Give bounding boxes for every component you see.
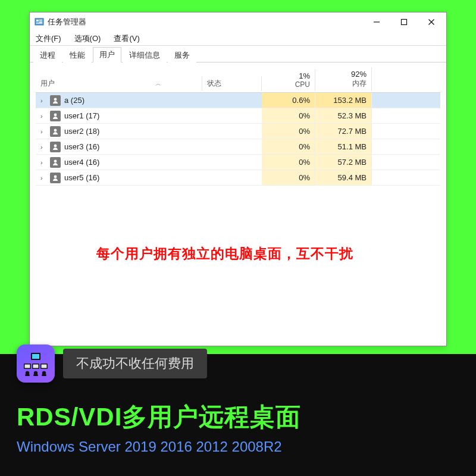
svg-rect-3 (39, 21, 42, 23)
svg-rect-18 (25, 365, 30, 368)
expand-icon[interactable]: › (40, 174, 46, 181)
svg-point-14 (54, 175, 57, 178)
col-head-user[interactable]: 用户 ︿ (36, 76, 202, 91)
svg-rect-4 (36, 23, 42, 24)
mem-cell: 59.4 MB (315, 170, 372, 185)
svg-rect-28 (42, 374, 46, 376)
svg-rect-1 (36, 20, 39, 21)
maximize-button[interactable] (390, 12, 418, 32)
user-icon (50, 126, 61, 137)
table-row[interactable]: ›user4 (16)0%57.2 MB (36, 155, 440, 170)
col-head-cpu[interactable]: 1% CPU (262, 69, 315, 91)
user-name: user4 (16) (64, 158, 99, 167)
window-controls (363, 12, 445, 32)
user-cell: ›user3 (16) (36, 142, 202, 152)
svg-point-12 (54, 144, 57, 147)
svg-rect-16 (32, 354, 39, 359)
cpu-cell: 0% (262, 139, 315, 154)
user-cell: ›user5 (16) (36, 173, 202, 183)
table-row[interactable]: ›user5 (16)0%59.4 MB (36, 170, 440, 186)
expand-icon[interactable]: › (40, 159, 46, 166)
cpu-cell: 0.6% (262, 93, 315, 108)
promo-badge-row: 不成功不收任何费用 (17, 362, 459, 400)
cpu-cell: 0% (262, 155, 315, 170)
tab-services[interactable]: 服务 (168, 48, 196, 62)
cpu-cell: 0% (262, 108, 315, 123)
close-button[interactable] (418, 12, 445, 32)
col-head-status[interactable]: 状态 (202, 76, 262, 91)
sort-asc-icon: ︿ (155, 80, 161, 88)
menu-option[interactable]: 选项(O) (72, 32, 104, 45)
col-head-memory[interactable]: 92% 内存 (315, 67, 372, 91)
svg-rect-24 (25, 374, 30, 376)
table-row[interactable]: ›user1 (17)0%52.3 MB (36, 108, 440, 124)
user-name: user5 (16) (64, 173, 99, 182)
user-icon (50, 111, 61, 121)
rows-container: ›a (25)0.6%153.2 MB›user1 (17)0%52.3 MB›… (36, 93, 440, 186)
task-manager-icon (35, 17, 44, 27)
menu-file[interactable]: 文件(F) (33, 32, 64, 45)
svg-point-9 (54, 98, 57, 101)
mem-cell: 153.2 MB (315, 93, 372, 108)
user-name: user1 (17) (64, 111, 99, 120)
mem-total-percent: 92% (320, 70, 367, 79)
svg-point-10 (54, 113, 57, 116)
cpu-cell: 0% (262, 124, 315, 139)
tab-details[interactable]: 详细信息 (123, 48, 167, 62)
svg-point-13 (54, 159, 57, 162)
promo-subtitle: Windows Server 2019 2016 2012 2008R2 (17, 439, 459, 455)
svg-rect-20 (33, 365, 39, 368)
cpu-total-percent: 1% (267, 71, 310, 80)
menu-view[interactable]: 查看(V) (111, 32, 142, 45)
user-cell: ›user1 (17) (36, 111, 202, 121)
expand-icon[interactable]: › (40, 112, 46, 120)
promo-overlay-text: 每个用户拥有独立的电脑桌面，互不干扰 (96, 245, 353, 263)
user-cell: ›user2 (18) (36, 126, 202, 137)
user-name: user2 (18) (64, 127, 99, 136)
table-row[interactable]: ›a (25)0.6%153.2 MB (36, 93, 440, 108)
titlebar: 任务管理器 (30, 12, 446, 32)
user-icon (50, 173, 61, 183)
promo-title: RDS/VDI多用户远程桌面 (17, 400, 459, 434)
mem-cell: 51.1 MB (315, 139, 372, 154)
user-icon (50, 142, 61, 152)
tab-bar: 进程 性能 用户 详细信息 服务 (30, 46, 446, 62)
expand-icon[interactable]: › (40, 143, 46, 151)
user-icon (50, 157, 61, 168)
task-manager-window: 任务管理器 文件(F) 选项(O) 查看(V) 进程 性能 用户 详细信息 服务… (29, 12, 447, 346)
user-cell: ›a (25) (36, 95, 202, 106)
mem-cell: 52.3 MB (315, 108, 372, 123)
svg-rect-2 (39, 20, 42, 21)
svg-rect-26 (33, 374, 38, 376)
mem-cell: 57.2 MB (315, 155, 372, 170)
svg-rect-6 (402, 20, 407, 25)
cpu-cell: 0% (262, 170, 315, 185)
window-title: 任务管理器 (48, 17, 363, 27)
minimize-button[interactable] (363, 12, 390, 32)
mem-label: 内存 (352, 79, 367, 87)
expand-icon[interactable]: › (40, 97, 46, 104)
table-row[interactable]: ›user2 (18)0%72.7 MB (36, 124, 440, 139)
promo-app-icon (17, 345, 55, 383)
user-icon (50, 95, 61, 106)
col-head-user-label: 用户 (40, 79, 55, 89)
tab-processes[interactable]: 进程 (33, 48, 62, 62)
promo-banner: 不成功不收任何费用 RDS/VDI多用户远程桌面 Windows Server … (0, 354, 476, 476)
promo-guarantee-text: 不成功不收任何费用 (63, 349, 207, 378)
user-name: user3 (16) (64, 142, 99, 151)
user-name: a (25) (64, 96, 84, 105)
menubar: 文件(F) 选项(O) 查看(V) (30, 32, 446, 46)
column-headers: 用户 ︿ 状态 1% CPU 92% 内存 (36, 67, 440, 93)
tab-performance[interactable]: 性能 (63, 48, 92, 62)
svg-rect-22 (42, 365, 47, 368)
grid-area: 用户 ︿ 状态 1% CPU 92% 内存 ›a (25)0.6%153.2 M… (30, 62, 446, 192)
mem-cell: 72.7 MB (315, 124, 372, 139)
tab-users[interactable]: 用户 (93, 47, 121, 62)
user-cell: ›user4 (16) (36, 157, 202, 168)
table-row[interactable]: ›user3 (16)0%51.1 MB (36, 139, 440, 155)
expand-icon[interactable]: › (40, 128, 46, 135)
svg-point-11 (54, 129, 57, 131)
cpu-label: CPU (295, 80, 310, 89)
